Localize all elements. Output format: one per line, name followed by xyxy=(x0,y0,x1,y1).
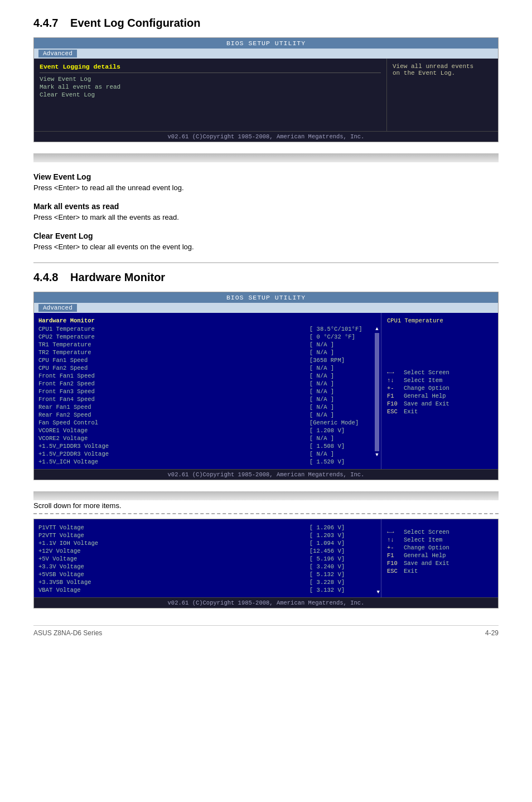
bios-sidebar-text-1: View all unread events on the Event Log. xyxy=(393,63,492,76)
volt-rows-container: P1VTT Voltage[ 1.206 V]P2VTT Voltage[ 1.… xyxy=(38,524,376,594)
hw-nav-container: ←→Select Screen↑↓Select Item+-Change Opt… xyxy=(387,369,492,416)
volt-row-2[interactable]: +1.1V IOH Voltage[ 1.094 V] xyxy=(38,539,376,547)
volt-nav-item-0: ←→Select Screen xyxy=(387,528,492,536)
section-448-heading: 4.4.8 Hardware Monitor xyxy=(33,271,499,284)
sub-section-clear-event-log: Clear Event Log Press <Enter> to clear a… xyxy=(33,231,499,251)
bios-header-1: BIOS SETUP UTILITY xyxy=(34,38,498,49)
hw-nav-item-1: ↑↓Select Item xyxy=(387,376,492,384)
bios-hw-main: Hardware Monitor CPU1 Temperature[ 38.5°… xyxy=(34,313,381,469)
bios-sidebar-1: View all unread events on the Event Log. xyxy=(386,59,498,131)
scroll-note: Scroll down for more items. xyxy=(33,501,499,510)
volt-row-5[interactable]: +3.3V Voltage[ 3.240 V] xyxy=(38,563,376,571)
sub-text-view-event-log: Press <Enter> to read all the unread eve… xyxy=(33,183,499,192)
hw-row-10[interactable]: Rear Fan1 Speed[ N/A ] xyxy=(38,403,376,411)
bios-box-hw-monitor: BIOS SETUP UTILITY Advanced Hardware Mon… xyxy=(33,292,499,480)
hw-row-16[interactable]: +1.5V_P2DDR3 Voltage[ N/A ] xyxy=(38,450,376,458)
bios-hw-body: Hardware Monitor CPU1 Temperature[ 38.5°… xyxy=(34,313,498,469)
hw-row-3[interactable]: TR2 Temperature[ N/A ] xyxy=(38,349,376,356)
sub-section-mark-all: Mark all events as read Press <Enter> to… xyxy=(33,202,499,221)
bios-footer-3: v02.61 (C)Copyright 1985-2008, American … xyxy=(34,597,498,608)
hw-nav-item-2: +-Change Option xyxy=(387,384,492,392)
sub-heading-mark-all: Mark all events as read xyxy=(33,202,499,211)
brand-label: ASUS Z8NA-D6 Series xyxy=(33,629,102,637)
bios-item-view-event-log[interactable]: View Event Log xyxy=(40,75,381,83)
sub-text-clear-event-log: Press <Enter> to clear all events on the… xyxy=(33,243,499,251)
bios-box-event-log: BIOS SETUP UTILITY Advanced Event Loggin… xyxy=(33,37,499,142)
volt-row-1[interactable]: P2VTT Voltage[ 1.203 V] xyxy=(38,532,376,539)
page-number: 4-29 xyxy=(485,629,499,637)
hw-nav-item-5: ESCExit xyxy=(387,408,492,416)
hw-row-4[interactable]: CPU Fan1 Speed[3658 RPM] xyxy=(38,356,376,364)
volt-row-3[interactable]: +12V Voltage[12.456 V] xyxy=(38,547,376,555)
bios-divider-1 xyxy=(40,73,381,73)
hw-row-7[interactable]: Front Fan2 Speed[ N/A ] xyxy=(38,380,376,388)
sub-text-mark-all: Press <Enter> to mark all the events as … xyxy=(33,213,499,221)
volt-nav-item-1: ↑↓Select Item xyxy=(387,536,492,544)
dashed-divider xyxy=(33,513,499,514)
bios-item-mark-all[interactable]: Mark all event as read xyxy=(40,83,381,91)
bios-volt-sidebar: ←→Select Screen↑↓Select Item+-Change Opt… xyxy=(381,519,498,597)
hw-row-17[interactable]: +1.5V_ICH Voltage[ 1.520 V] xyxy=(38,458,376,466)
bios-shadow-1 xyxy=(33,153,499,162)
hw-row-6[interactable]: Front Fan1 Speed[ N/A ] xyxy=(38,372,376,380)
sub-section-view-event-log: View Event Log Press <Enter> to read all… xyxy=(33,172,499,192)
bios-header-2: BIOS SETUP UTILITY xyxy=(34,292,498,303)
bios-tab-row-2: Advanced xyxy=(34,303,498,313)
bios-volt-main: P1VTT Voltage[ 1.206 V]P2VTT Voltage[ 1.… xyxy=(34,519,381,597)
volt-scroll-down: ▼ xyxy=(377,590,380,595)
bios-volt-body: P1VTT Voltage[ 1.206 V]P2VTT Voltage[ 1.… xyxy=(34,519,498,597)
volt-nav-item-3: F1General Help xyxy=(387,552,492,559)
hw-row-9[interactable]: Front Fan4 Speed[ N/A ] xyxy=(38,395,376,403)
bios-main-1: Event Logging details View Event Log Mar… xyxy=(34,59,386,131)
hw-row-11[interactable]: Rear Fan2 Speed[ N/A ] xyxy=(38,411,376,419)
scroll-up-arrow: ▲ xyxy=(375,326,378,332)
hw-row-14[interactable]: VCORE2 Voltage[ N/A ] xyxy=(38,434,376,442)
bios-tab-advanced-1[interactable]: Advanced xyxy=(38,50,77,57)
hw-section-title: Hardware Monitor xyxy=(38,316,376,325)
hw-rows-container: CPU1 Temperature[ 38.5°C/101°F]CPU2 Temp… xyxy=(38,325,376,466)
bios-hw-sidebar: CPU1 Temperature ←→Select Screen↑↓Select… xyxy=(381,313,498,469)
hw-row-8[interactable]: Front Fan3 Speed[ N/A ] xyxy=(38,388,376,395)
hw-row-13[interactable]: VCORE1 Voltage[ 1.208 V] xyxy=(38,427,376,434)
bios-footer-2: v02.61 (C)Copyright 1985-2008, American … xyxy=(34,469,498,480)
hw-row-12[interactable]: Fan Speed Control[Generic Mode] xyxy=(38,419,376,427)
bios-box-voltage: P1VTT Voltage[ 1.206 V]P2VTT Voltage[ 1.… xyxy=(33,519,499,608)
volt-row-6[interactable]: +5VSB Voltage[ 5.132 V] xyxy=(38,571,376,578)
hw-row-0[interactable]: CPU1 Temperature[ 38.5°C/101°F] xyxy=(38,325,376,333)
volt-row-7[interactable]: +3.3VSB Voltage[ 3.228 V] xyxy=(38,578,376,586)
scroll-indicator: ▲ ▼ xyxy=(374,326,380,458)
divider-448 xyxy=(33,262,499,263)
hw-row-1[interactable]: CPU2 Temperature[ 0 °C/32 °F] xyxy=(38,333,376,341)
section-447-heading: 4.4.7 Event Log Configuration xyxy=(33,17,499,30)
scroll-thumb xyxy=(375,333,379,451)
bios-tab-advanced-2[interactable]: Advanced xyxy=(38,304,77,312)
volt-row-4[interactable]: +5V Voltage[ 5.196 V] xyxy=(38,555,376,563)
hw-row-2[interactable]: TR1 Temperature[ N/A ] xyxy=(38,341,376,349)
volt-row-8[interactable]: VBAT Voltage[ 3.132 V] xyxy=(38,586,376,594)
volt-nav-item-4: F10Save and Exit xyxy=(387,559,492,567)
hw-row-15[interactable]: +1.5V_P1DDR3 Voltage[ 1.508 V] xyxy=(38,442,376,450)
hw-nav-item-3: F1General Help xyxy=(387,392,492,400)
volt-row-0[interactable]: P1VTT Voltage[ 1.206 V] xyxy=(38,524,376,532)
volt-nav-container: ←→Select Screen↑↓Select Item+-Change Opt… xyxy=(387,528,492,575)
hw-sidebar-title: CPU1 Temperature xyxy=(387,317,492,324)
hw-nav-item-4: F10Save and Exit xyxy=(387,400,492,408)
sub-heading-clear-event-log: Clear Event Log xyxy=(33,231,499,240)
bios-footer-1: v02.61 (C)Copyright 1985-2008, American … xyxy=(34,131,498,142)
bios-tab-row-1: Advanced xyxy=(34,49,498,59)
bios-shadow-2 xyxy=(33,491,499,500)
hw-nav-item-0: ←→Select Screen xyxy=(387,369,492,376)
volt-nav-item-2: +-Change Option xyxy=(387,544,492,552)
volt-nav-item-5: ESCExit xyxy=(387,567,492,575)
bios-item-clear-event-log[interactable]: Clear Event Log xyxy=(40,91,381,99)
scroll-down-arrow: ▼ xyxy=(375,452,378,458)
bios-body-1: Event Logging details View Event Log Mar… xyxy=(34,59,498,131)
hw-row-5[interactable]: CPU Fan2 Speed[ N/A ] xyxy=(38,364,376,372)
sub-heading-view-event-log: View Event Log xyxy=(33,172,499,181)
bios-section-title-1: Event Logging details xyxy=(40,63,381,70)
page-footer: ASUS Z8NA-D6 Series 4-29 xyxy=(33,625,499,637)
